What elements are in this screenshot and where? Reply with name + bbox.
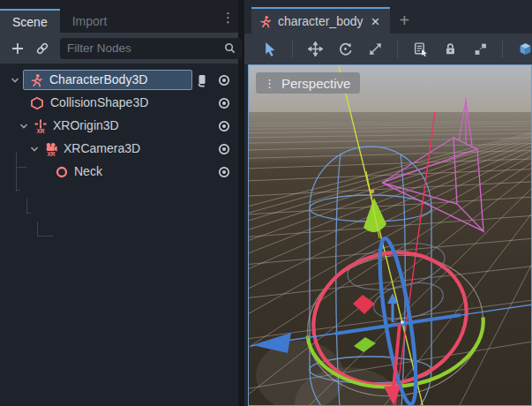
add-node-button[interactable] [7, 38, 28, 59]
move-tool-button[interactable] [303, 38, 326, 61]
tree-row-xrorigin3d[interactable]: XR XROrigin3D [0, 115, 238, 138]
scene-tab-strip: character_body × + [244, 0, 532, 34]
y-axis-guide-line [339, 65, 423, 405]
tree-row-collisionshape3d[interactable]: CollisionShape3D [0, 92, 238, 115]
node-label: CollisionShape3D [50, 95, 148, 109]
list-select-icon [413, 41, 428, 56]
node-label: Neck [74, 164, 102, 178]
toolbar-separator [502, 41, 503, 58]
tab-scene[interactable]: Scene [0, 9, 60, 33]
tab-import[interactable]: Import [60, 9, 120, 33]
scene-editor-panel: character_body × + [244, 0, 532, 406]
godot-editor: Scene Import ⋮ [0, 0, 532, 406]
cube-icon [518, 41, 532, 56]
plane-handle-red[interactable] [353, 295, 375, 314]
list-select-tool-button[interactable] [408, 38, 431, 61]
tab-scene-label: Scene [12, 15, 48, 29]
lock-icon [443, 41, 458, 56]
projection-label: Perspective [281, 76, 350, 91]
lock-button[interactable] [438, 38, 461, 61]
visibility-eye-icon[interactable] [217, 96, 231, 110]
plus-icon [11, 41, 25, 56]
rotate-tool-button[interactable] [333, 38, 356, 61]
dock-menu-icon[interactable]: ⋮ [221, 11, 235, 24]
scale-icon [368, 41, 383, 56]
viewport-toolbar [244, 34, 532, 64]
move-icon [308, 41, 323, 56]
character-body-3d-icon [259, 15, 272, 28]
scene-tab-label: character_body [278, 14, 363, 28]
plane-handle-green[interactable] [354, 337, 376, 352]
scene-toolbar: ⋮ [0, 33, 238, 64]
svg-text:XR: XR [36, 128, 44, 133]
script-icon[interactable] [195, 73, 209, 87]
tree-row-xrcamera3d[interactable]: XR XRCamera3D [0, 138, 238, 161]
visibility-eye-icon[interactable] [217, 165, 231, 179]
close-tab-icon[interactable]: × [370, 14, 382, 29]
group-icon [473, 41, 488, 56]
magnifier-icon [223, 41, 236, 55]
visibility-eye-icon[interactable] [217, 142, 231, 156]
inner-wire-rings [343, 236, 449, 325]
xr-origin-3d-icon: XR [34, 119, 48, 133]
tree-guide [26, 213, 31, 214]
visibility-eye-icon[interactable] [217, 119, 231, 133]
scene-dock: Scene Import ⋮ [0, 0, 238, 406]
new-tab-button[interactable]: + [390, 7, 418, 34]
link-icon [35, 41, 49, 56]
axis-endpoint-dot [371, 190, 374, 193]
character-body-3d-icon [29, 73, 43, 87]
collision-shape-3d-icon [30, 96, 44, 110]
node-label: CharacterBody3D [49, 72, 147, 86]
scene-tab-character-body[interactable]: character_body × [251, 7, 390, 34]
tab-import-label: Import [72, 14, 108, 28]
tree-guide [16, 190, 20, 191]
scene-tree: CharacterBody3D CollisionShape3D [0, 64, 238, 406]
toolbar-separator [397, 41, 398, 58]
collapse-chevron-icon[interactable] [11, 76, 19, 85]
visibility-eye-icon[interactable] [217, 73, 231, 87]
perspective-button[interactable]: ⋮ Perspective [256, 72, 360, 94]
node-label: XRCamera3D [64, 141, 140, 155]
node-label: XROrigin3D [53, 118, 119, 132]
tree-guide [37, 236, 53, 237]
collapse-chevron-icon[interactable] [30, 145, 39, 154]
rotate-icon [338, 41, 353, 56]
viewport-menu-icon[interactable]: ⋮ [264, 78, 275, 89]
gizmo-layer[interactable] [249, 65, 531, 405]
filter-nodes-input[interactable] [67, 41, 223, 55]
local-space-toggle[interactable] [513, 38, 532, 61]
group-button[interactable] [468, 38, 491, 61]
svg-text:XR: XR [47, 151, 55, 156]
collapse-chevron-icon[interactable] [19, 122, 28, 131]
select-tool-button[interactable] [259, 38, 281, 61]
camera-frustum-gizmo [382, 98, 483, 231]
tree-row-neck[interactable]: Neck [0, 161, 238, 184]
xr-camera-3d-icon: XR [44, 142, 58, 156]
toolbar-separator [292, 41, 293, 58]
tree-guide [26, 199, 27, 214]
tree-row-characterbody3d[interactable]: CharacterBody3D [0, 69, 238, 92]
scale-tool-button[interactable] [363, 38, 386, 61]
gizmo-center-dot[interactable] [401, 320, 404, 324]
filter-nodes-box [60, 38, 242, 59]
tree-guide [37, 222, 38, 237]
select-arrow-icon [263, 41, 278, 56]
node-3d-icon [55, 165, 69, 179]
scene-dock-tabs: Scene Import ⋮ [0, 0, 238, 33]
instance-scene-button[interactable] [32, 38, 53, 59]
viewport-3d[interactable]: ⋮ Perspective [248, 64, 532, 406]
